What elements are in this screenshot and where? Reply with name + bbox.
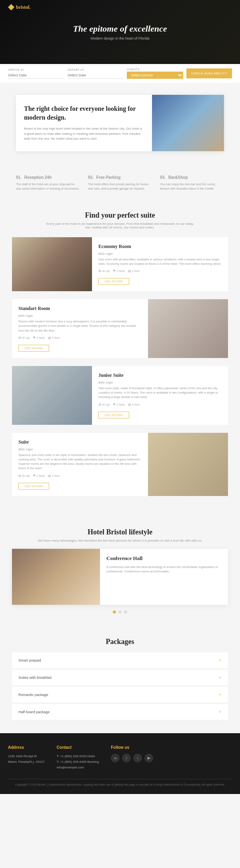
standard-room-image: [148, 299, 228, 358]
amenity-guests-0: ⚑ 2 beds: [113, 269, 125, 273]
feature-number-0: 01.: [16, 175, 22, 180]
lifestyle-info: Conference Hall A conference hall with t…: [100, 549, 228, 605]
hero-section: bristol. The epitome of excellence Moder…: [0, 0, 240, 64]
economy-room-name: Economy Room: [98, 244, 222, 250]
footer-address-title: Address: [8, 745, 45, 750]
amenity-area-3: ⊞ 80 sqf: [18, 474, 30, 478]
junior-amenities: ⊞ 60 sqf ⚑ 2 beds ▤ 4 floor: [98, 403, 222, 406]
suites-subtitle: Every part of the hotel is an experience…: [44, 222, 196, 229]
room-card-suite: Suite $500 /night Spacious one-room suit…: [12, 433, 228, 496]
lifestyle-dots: [8, 610, 232, 614]
lifestyle-subtitle: We have many advantages. We identified t…: [8, 539, 232, 542]
packages-title: Packages: [8, 638, 232, 646]
lifestyle-header: Hotel Bristol lifestyle We have many adv…: [8, 528, 232, 542]
feature-title-0: 01. Reseption 24h: [16, 175, 80, 180]
social-icon-facebook[interactable]: f: [122, 754, 131, 762]
suite-desc: Spacious one-room suite in the style of …: [18, 453, 142, 471]
about-body: Bristol is the only high-level hotel loc…: [24, 126, 144, 142]
footer-copyright: Copyright © 2016 Bristol. | Unauthorized…: [8, 779, 232, 786]
package-expand-icon-0: +: [218, 657, 222, 664]
packages-section: Packages Smart prepaid + Suites with bre…: [0, 626, 240, 733]
suites-title: Find your perfect suite: [8, 211, 232, 220]
feature-title-2: 03. Bar&Shop: [160, 175, 224, 180]
standard-room-details: Standart Room $300 /night Rooms with mod…: [12, 299, 148, 358]
book-junior-button[interactable]: See Rooms: [98, 412, 129, 418]
book-economy-button[interactable]: See Rooms: [98, 278, 129, 285]
amenity-guests-2: ⚑ 2 beds: [113, 403, 125, 406]
lifestyle-section: Hotel Bristol lifestyle We have many adv…: [0, 516, 240, 626]
feature-desc-0: The staff of the hotel are at your dispo…: [16, 182, 80, 191]
social-icon-twitter[interactable]: t: [133, 754, 142, 762]
dot-1[interactable]: [118, 610, 122, 614]
package-name-2: Romantic package: [18, 693, 48, 697]
depart-field: DEPART AT: [68, 68, 124, 79]
arrive-field: ARRIVE AT: [8, 68, 64, 79]
about-section: The right choice for everyone looking fo…: [0, 83, 240, 163]
social-icons-row: in f t ▶: [111, 754, 153, 762]
package-item-2[interactable]: Romantic package +: [12, 687, 228, 703]
economy-room-desc: One room with all amenities. Available i…: [98, 257, 222, 266]
dot-0[interactable]: [113, 610, 116, 614]
package-item-1[interactable]: Suites with breakfast +: [12, 670, 228, 686]
lifestyle-title: Hotel Bristol lifestyle: [8, 528, 232, 536]
packages-header: Packages: [8, 638, 232, 646]
package-expand-icon-1: +: [218, 674, 222, 681]
logo-icon: [8, 4, 14, 10]
junior-suite-details: Junior Suite $400 /night Two-room suite,…: [92, 366, 228, 425]
check-availability-button[interactable]: Check Availability: [186, 68, 232, 78]
hero-title: The epitome of excellence: [73, 24, 167, 34]
depart-input[interactable]: [68, 72, 124, 79]
feature-item-0: 01. Reseption 24h The staff of the hotel…: [16, 175, 80, 191]
package-item-3[interactable]: Half board package +: [12, 704, 228, 720]
standard-room-name: Standart Room: [18, 306, 142, 312]
amenity-area-0: ⊞ 40 sqf: [98, 269, 110, 273]
economy-amenities: ⊞ 40 sqf ⚑ 2 beds ▤ 2 floor: [98, 269, 222, 273]
suite-name: Suite: [18, 439, 142, 445]
feature-desc-1: The hotel offers free private parking fo…: [88, 182, 152, 191]
arrive-input[interactable]: [8, 72, 64, 79]
amenity-floor-3: ▤ 4 floor: [48, 474, 60, 478]
economy-room-price: $200 /night: [98, 251, 222, 256]
guests-label: GUESTS: [127, 68, 183, 71]
junior-suite-desc: Two-room suite, made of European style. …: [98, 386, 222, 400]
suites-section: Find your perfect suite Every part of th…: [0, 203, 240, 516]
suite-details: Suite $500 /night Spacious one-room suit…: [12, 433, 148, 496]
depart-label: DEPART AT: [68, 68, 124, 71]
economy-room-image: [12, 237, 92, 292]
book-suite-button[interactable]: See Rooms: [18, 483, 49, 490]
package-name-1: Suites with breakfast: [18, 676, 52, 680]
booking-bar: ARRIVE AT DEPART AT GUESTS Select person…: [0, 64, 240, 83]
feature-desc-2: You can enjoy the mini-bar and the sunny…: [160, 182, 224, 191]
suite-price: $500 /night: [18, 447, 142, 451]
about-text: The right choice for everyone looking fo…: [16, 95, 152, 151]
footer-grid: Address 1291 Hetti Rd Apt M Miami, Flori…: [8, 745, 232, 771]
economy-room-details: Economy Room $200 /night One room with a…: [92, 237, 228, 292]
footer-contact-title: Contact: [57, 745, 99, 750]
standard-amenities: ⊞ 50 sqf ⚑ 2 beds ▤ 4 floor: [18, 336, 142, 340]
features-section: 01. Reseption 24h The staff of the hotel…: [0, 163, 240, 203]
package-expand-icon-2: +: [218, 692, 222, 698]
conference-title: Conference Hall: [106, 555, 222, 562]
lifestyle-card: Conference Hall A conference hall with t…: [12, 549, 228, 605]
room-card-economy: Economy Room $200 /night One room with a…: [12, 237, 228, 292]
amenity-area-2: ⊞ 60 sqf: [98, 403, 110, 406]
amenity-floor-2: ▤ 4 floor: [128, 403, 140, 406]
amenity-floor-0: ▤ 2 floor: [128, 269, 140, 273]
about-card: The right choice for everyone looking fo…: [16, 95, 224, 151]
social-icon-linkedin[interactable]: in: [111, 754, 120, 762]
package-item-0[interactable]: Smart prepaid +: [12, 652, 228, 669]
guests-field: GUESTS Select person: [127, 68, 183, 79]
footer-email[interactable]: info@example.com: [57, 765, 99, 770]
feature-item-2: 03. Bar&Shop You can enjoy the mini-bar …: [160, 175, 224, 191]
book-standard-button[interactable]: See Rooms: [18, 345, 49, 352]
dot-2[interactable]: [124, 610, 127, 614]
hero-subtitle: Modern design in the heart of Florida: [90, 36, 149, 40]
guests-select[interactable]: Select person: [127, 72, 183, 79]
about-image: [152, 95, 224, 151]
footer-contact-col: Contact T: +1 (800) 326-5200 Hotel T: +1…: [57, 745, 99, 771]
room-card-standard: Standart Room $300 /night Rooms with mod…: [12, 299, 228, 358]
amenity-floor-1: ▤ 4 floor: [48, 336, 60, 340]
lifestyle-image: [12, 549, 100, 605]
social-icon-youtube[interactable]: ▶: [144, 754, 153, 762]
logo: bristol.: [8, 4, 30, 10]
